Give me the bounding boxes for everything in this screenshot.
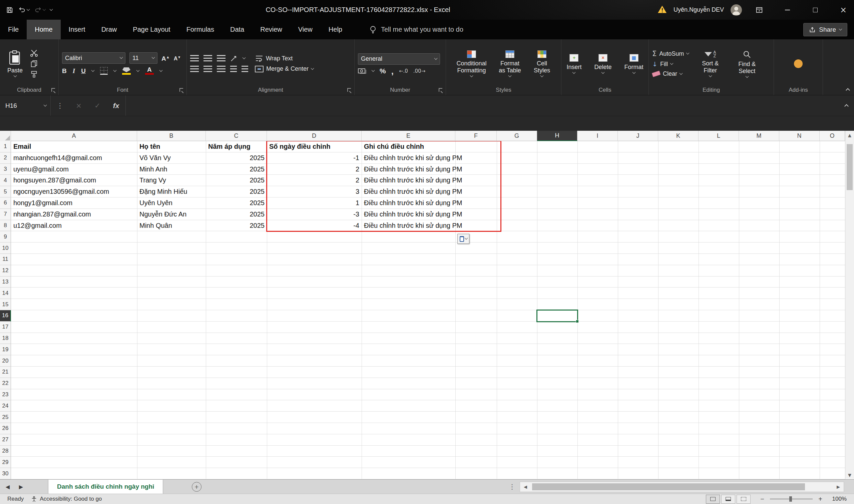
cell-E2[interactable]: Điều chỉnh trước khi sử dụng PM bbox=[362, 152, 465, 164]
share-button[interactable]: Share bbox=[803, 23, 847, 36]
paste-button[interactable]: Paste bbox=[3, 50, 27, 77]
font-size-combo[interactable]: 11 bbox=[129, 52, 158, 64]
cell-C8[interactable]: 2025 bbox=[206, 220, 267, 232]
cell-C4[interactable]: 2025 bbox=[206, 175, 267, 186]
cell-B2[interactable]: Võ Văn Vy bbox=[137, 152, 206, 164]
orientation-caret-icon[interactable] bbox=[242, 56, 246, 59]
tell-me[interactable]: Tell me what you want to do bbox=[369, 25, 803, 34]
increase-decimal-button[interactable]: ←.0 bbox=[399, 68, 408, 74]
cell-D1[interactable]: Số ngày điều chỉnh bbox=[267, 141, 362, 152]
maximize-button[interactable] bbox=[805, 0, 826, 20]
format-cells-button[interactable]: ▦ Format bbox=[620, 54, 648, 73]
column-header-H[interactable]: H bbox=[537, 131, 578, 141]
font-name-combo[interactable]: Calibri bbox=[62, 52, 125, 64]
undo-button[interactable] bbox=[18, 6, 29, 14]
font-color-button[interactable]: A bbox=[145, 67, 154, 75]
row-header-18[interactable]: 18 bbox=[0, 333, 11, 344]
row-header-7[interactable]: 7 bbox=[0, 209, 11, 220]
selected-cell[interactable] bbox=[537, 309, 578, 322]
cell-A2[interactable]: manhcuongefh14@gmail.com bbox=[11, 152, 137, 164]
row-header-23[interactable]: 23 bbox=[0, 389, 11, 401]
cell-D2[interactable]: -1 bbox=[267, 152, 362, 164]
row-header-13[interactable]: 13 bbox=[0, 276, 11, 288]
row-header-19[interactable]: 19 bbox=[0, 344, 11, 355]
cell-B3[interactable]: Minh Anh bbox=[137, 164, 206, 175]
decrease-font-size-button[interactable]: A▼ bbox=[174, 54, 181, 62]
row-header-5[interactable]: 5 bbox=[0, 186, 11, 197]
tab-draw[interactable]: Draw bbox=[93, 20, 125, 39]
confirm-entry-button[interactable]: ✓ bbox=[88, 95, 107, 116]
close-button[interactable]: × bbox=[833, 0, 854, 20]
number-format-combo[interactable]: General bbox=[358, 53, 440, 65]
cell-B7[interactable]: Nguyễn Đức An bbox=[137, 209, 206, 220]
vertical-scroll-thumb[interactable] bbox=[847, 144, 853, 190]
row-header-25[interactable]: 25 bbox=[0, 412, 11, 423]
autosum-button[interactable]: Σ AutoSum bbox=[652, 50, 689, 58]
percent-style-button[interactable]: % bbox=[380, 68, 386, 74]
cell-C5[interactable]: 2025 bbox=[206, 186, 267, 197]
zoom-out-button[interactable]: − bbox=[759, 495, 765, 503]
row-header-22[interactable]: 22 bbox=[0, 378, 11, 389]
fill-handle[interactable] bbox=[576, 320, 579, 323]
tab-view[interactable]: View bbox=[290, 20, 321, 39]
format-as-table-button[interactable]: Format as Table bbox=[493, 50, 527, 77]
number-dialog-launcher[interactable] bbox=[439, 88, 443, 93]
clear-button[interactable]: Clear bbox=[652, 70, 689, 77]
tab-insert[interactable]: Insert bbox=[61, 20, 93, 39]
cell-E5[interactable]: Điều chỉnh trước khi sử dụng PM bbox=[362, 186, 465, 197]
cell-E6[interactable]: Điều chỉnh trước khi sử dụng PM bbox=[362, 197, 465, 209]
align-left-button[interactable] bbox=[190, 66, 199, 72]
column-header-E[interactable]: E bbox=[362, 131, 455, 141]
cell-E3[interactable]: Điều chỉnh trước khi sử dụng PM bbox=[362, 164, 465, 175]
scroll-left-arrow[interactable]: ◀ bbox=[520, 484, 531, 489]
tab-home[interactable]: Home bbox=[27, 20, 60, 39]
comma-style-button[interactable]: , bbox=[391, 68, 394, 74]
column-header-J[interactable]: J bbox=[618, 131, 658, 141]
cell-A1[interactable]: Email bbox=[11, 141, 137, 152]
column-header-L[interactable]: L bbox=[698, 131, 739, 141]
previous-sheet-arrow[interactable]: ◀ bbox=[2, 480, 13, 494]
paste-options-button[interactable] bbox=[457, 234, 469, 244]
ribbon-display-options-button[interactable] bbox=[749, 0, 770, 20]
accessibility-status[interactable]: Accessibility: Good to go bbox=[31, 496, 102, 502]
row-header-9[interactable]: 9 bbox=[0, 231, 11, 242]
align-right-button[interactable] bbox=[217, 66, 225, 72]
row-header-29[interactable]: 29 bbox=[0, 457, 11, 468]
delete-cells-button[interactable]: × Delete bbox=[590, 54, 616, 73]
formula-input[interactable] bbox=[125, 95, 839, 116]
next-sheet-arrow[interactable]: ▶ bbox=[15, 480, 27, 494]
zoom-slider[interactable] bbox=[770, 499, 813, 499]
select-all-corner[interactable] bbox=[0, 131, 11, 141]
cell-E4[interactable]: Điều chỉnh trước khi sử dụng PM bbox=[362, 175, 465, 186]
increase-font-size-button[interactable]: A▲ bbox=[161, 54, 170, 62]
scroll-up-arrow[interactable]: ▲ bbox=[845, 131, 854, 140]
redo-button[interactable] bbox=[34, 6, 46, 14]
tab-help[interactable]: Help bbox=[321, 20, 350, 39]
scroll-down-arrow[interactable]: ▼ bbox=[845, 471, 854, 479]
column-header-K[interactable]: K bbox=[658, 131, 698, 141]
name-box[interactable]: H16 bbox=[0, 95, 51, 116]
horizontal-scroll-thumb[interactable] bbox=[532, 483, 805, 490]
cell-D6[interactable]: 1 bbox=[267, 197, 362, 209]
font-color-caret-icon[interactable] bbox=[159, 68, 162, 72]
cell-D7[interactable]: -3 bbox=[267, 209, 362, 220]
underline-button[interactable]: U bbox=[81, 68, 86, 74]
user-name[interactable]: Uyên.Nguyễn DEV bbox=[674, 6, 724, 13]
fill-color-caret-icon[interactable] bbox=[136, 68, 140, 72]
fill-color-button[interactable] bbox=[122, 67, 131, 75]
addins-button[interactable] bbox=[790, 59, 806, 68]
row-header-11[interactable]: 11 bbox=[0, 254, 11, 265]
column-header-O[interactable]: O bbox=[820, 131, 845, 141]
row-header-1[interactable]: 1 bbox=[0, 141, 11, 152]
row-header-24[interactable]: 24 bbox=[0, 400, 11, 412]
cell-styles-button[interactable]: Cell Styles bbox=[529, 50, 556, 77]
italic-button[interactable]: I bbox=[73, 68, 75, 74]
row-header-26[interactable]: 26 bbox=[0, 423, 11, 434]
cell-A8[interactable]: u12@gmail.com bbox=[11, 220, 137, 232]
cell-B1[interactable]: Họ tên bbox=[137, 141, 206, 152]
row-header-20[interactable]: 20 bbox=[0, 355, 11, 366]
row-header-10[interactable]: 10 bbox=[0, 242, 11, 254]
tab-review[interactable]: Review bbox=[252, 20, 290, 39]
row-header-4[interactable]: 4 bbox=[0, 175, 11, 186]
cell-A5[interactable]: ngocnguyen130596@gmail.com bbox=[11, 186, 137, 197]
